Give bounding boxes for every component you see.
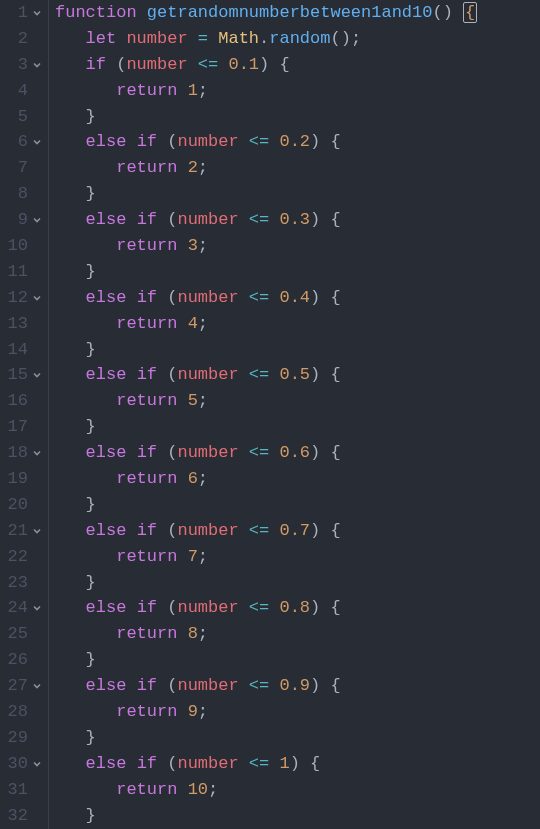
line-number: 31: [8, 777, 28, 803]
paren: ): [310, 443, 320, 462]
code-line[interactable]: }: [55, 492, 540, 518]
code-line[interactable]: return 6;: [55, 466, 540, 492]
number-literal: 0.5: [279, 365, 310, 384]
code-line[interactable]: else if (number <= 0.4) {: [55, 285, 540, 311]
paren: ): [310, 521, 320, 540]
code-line[interactable]: else if (number <= 0.6) {: [55, 440, 540, 466]
number-literal: 1: [279, 754, 289, 773]
semi: ;: [198, 547, 208, 566]
paren: (: [167, 443, 177, 462]
keyword-if: if: [137, 132, 157, 151]
line-number: 11: [8, 259, 28, 285]
number-literal: 0.8: [279, 598, 310, 617]
number-literal: 1: [188, 81, 198, 100]
code-line[interactable]: }: [55, 647, 540, 673]
code-line[interactable]: else if (number <= 0.2) {: [55, 129, 540, 155]
number-literal: 10: [188, 780, 208, 799]
gutter-line: 29: [0, 725, 48, 751]
code-line[interactable]: else if (number <= 1) {: [55, 751, 540, 777]
keyword-if: if: [137, 598, 157, 617]
code-line[interactable]: return 8;: [55, 621, 540, 647]
number-literal: 0.1: [228, 55, 259, 74]
keyword-return: return: [116, 391, 177, 410]
fold-toggle-icon[interactable]: [28, 758, 46, 770]
code-line[interactable]: else if (number <= 0.8) {: [55, 595, 540, 621]
keyword-return: return: [116, 624, 177, 643]
keyword-else: else: [86, 754, 127, 773]
gutter-line: 19: [0, 466, 48, 492]
code-area[interactable]: function getrandomnumberbetween1and10() …: [48, 0, 540, 829]
fold-toggle-icon[interactable]: [28, 136, 46, 148]
line-number: 21: [8, 518, 28, 544]
code-line[interactable]: let number = Math.random();: [55, 26, 540, 52]
operator-cmp: <=: [249, 443, 269, 462]
semi: ;: [198, 702, 208, 721]
gutter-line: 26: [0, 647, 48, 673]
identifier: number: [126, 29, 187, 48]
code-line[interactable]: return 7;: [55, 544, 540, 570]
code-line[interactable]: return 2;: [55, 155, 540, 181]
code-line[interactable]: }: [55, 803, 540, 829]
code-line[interactable]: }: [55, 337, 540, 363]
semi: ;: [208, 780, 218, 799]
brace: {: [330, 521, 340, 540]
code-line[interactable]: }: [55, 104, 540, 130]
fold-toggle-icon[interactable]: [28, 59, 46, 71]
paren: (: [167, 676, 177, 695]
gutter-line: 14: [0, 337, 48, 363]
paren: (: [167, 598, 177, 617]
gutter: 1234567891011121314151617181920212223242…: [0, 0, 48, 829]
keyword-return: return: [116, 81, 177, 100]
code-line[interactable]: return 9;: [55, 699, 540, 725]
keyword-if: if: [137, 521, 157, 540]
code-line[interactable]: }: [55, 725, 540, 751]
fold-toggle-icon[interactable]: [28, 447, 46, 459]
line-number: 7: [8, 155, 28, 181]
code-editor[interactable]: 1234567891011121314151617181920212223242…: [0, 0, 540, 829]
code-line[interactable]: if (number <= 0.1) {: [55, 52, 540, 78]
code-line[interactable]: else if (number <= 0.5) {: [55, 362, 540, 388]
code-line[interactable]: return 1;: [55, 78, 540, 104]
number-literal: 9: [188, 702, 198, 721]
keyword-if: if: [137, 210, 157, 229]
fold-toggle-icon[interactable]: [28, 525, 46, 537]
line-number: 20: [8, 492, 28, 518]
line-number: 9: [8, 207, 28, 233]
code-line[interactable]: return 10;: [55, 777, 540, 803]
gutter-line: 4: [0, 78, 48, 104]
fold-toggle-icon[interactable]: [28, 214, 46, 226]
code-line[interactable]: }: [55, 181, 540, 207]
number-literal: 4: [188, 314, 198, 333]
line-number: 13: [8, 311, 28, 337]
semi: ;: [198, 469, 208, 488]
gutter-line: 27: [0, 673, 48, 699]
code-line[interactable]: }: [55, 259, 540, 285]
code-line[interactable]: return 5;: [55, 388, 540, 414]
code-line[interactable]: }: [55, 414, 540, 440]
fold-toggle-icon[interactable]: [28, 602, 46, 614]
gutter-line: 30: [0, 751, 48, 777]
paren: (: [116, 55, 126, 74]
fold-toggle-icon[interactable]: [28, 7, 46, 19]
number-literal: 6: [188, 469, 198, 488]
identifier: number: [177, 288, 238, 307]
fold-toggle-icon[interactable]: [28, 292, 46, 304]
keyword-else: else: [86, 132, 127, 151]
line-number: 30: [8, 751, 28, 777]
operator-cmp: <=: [249, 288, 269, 307]
brace: {: [330, 598, 340, 617]
semi: ;: [198, 314, 208, 333]
code-line[interactable]: else if (number <= 0.7) {: [55, 518, 540, 544]
code-line[interactable]: return 3;: [55, 233, 540, 259]
fold-toggle-icon[interactable]: [28, 369, 46, 381]
code-line[interactable]: return 4;: [55, 311, 540, 337]
code-line[interactable]: else if (number <= 0.9) {: [55, 673, 540, 699]
keyword-return: return: [116, 469, 177, 488]
function-name: getrandomnumberbetween1and10: [147, 3, 433, 22]
fold-toggle-icon[interactable]: [28, 680, 46, 692]
gutter-line: 10: [0, 233, 48, 259]
code-line[interactable]: function getrandomnumberbetween1and10() …: [55, 0, 540, 26]
code-line[interactable]: else if (number <= 0.3) {: [55, 207, 540, 233]
paren: ): [310, 132, 320, 151]
code-line[interactable]: }: [55, 570, 540, 596]
